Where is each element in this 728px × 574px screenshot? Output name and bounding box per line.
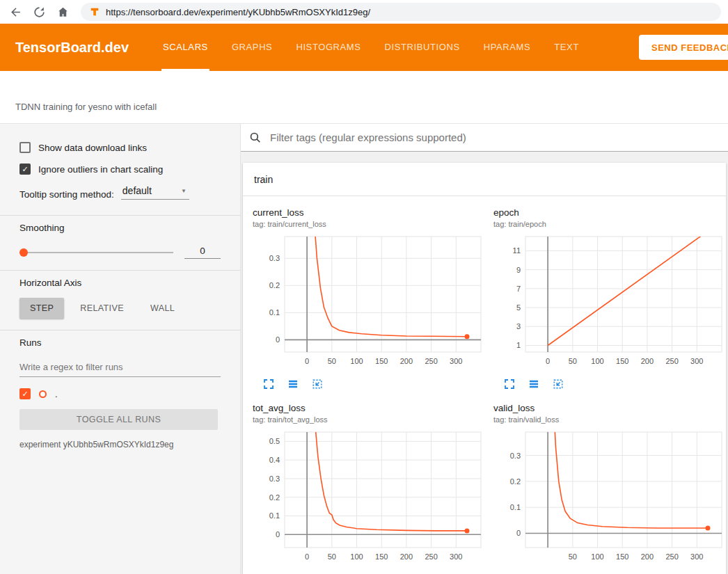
svg-text:3: 3 — [516, 322, 521, 330]
svg-text:300: 300 — [450, 357, 462, 365]
expand-icon[interactable] — [503, 378, 516, 390]
runs-filter-input[interactable] — [19, 358, 221, 377]
chart-tag: tag: train/current_loss — [253, 220, 485, 228]
home-icon[interactable] — [54, 3, 71, 20]
svg-text:200: 200 — [641, 552, 654, 561]
tooltip-sorting-label: Tooltip sorting method: — [19, 189, 114, 200]
line-chart[interactable]: 0501001502002503001357911 — [493, 232, 726, 374]
fit-domain-icon[interactable] — [552, 378, 564, 390]
line-chart[interactable]: 05010015020025030000.10.20.30.40.5 — [253, 428, 485, 570]
tab-scalars[interactable]: SCALARS — [161, 24, 209, 71]
svg-text:0.3: 0.3 — [510, 452, 521, 460]
chart-tag: tag: train/epoch — [493, 220, 726, 228]
svg-text:250: 250 — [665, 552, 678, 561]
search-icon — [249, 131, 262, 144]
svg-text:150: 150 — [616, 357, 628, 365]
tab-histograms[interactable]: HISTOGRAMS — [294, 24, 362, 71]
svg-text:0: 0 — [516, 529, 521, 537]
svg-text:0.1: 0.1 — [510, 503, 521, 511]
refresh-icon[interactable] — [31, 3, 47, 20]
content: Show data download links Ignore outliers… — [0, 124, 728, 574]
smoothing-slider[interactable] — [19, 252, 173, 253]
svg-text:7: 7 — [516, 285, 521, 293]
brand-title: TensorBoard.dev — [15, 24, 142, 71]
address-bar[interactable]: https://tensorboard.dev/experiment/yKUbh… — [81, 3, 721, 21]
svg-text:300: 300 — [690, 357, 703, 365]
svg-text:100: 100 — [591, 552, 603, 561]
data-table-icon[interactable] — [287, 378, 299, 390]
show-download-links-checkbox[interactable] — [19, 142, 31, 153]
smoothing-value[interactable]: 0 — [184, 246, 221, 259]
tag-filter-input[interactable] — [269, 131, 720, 144]
svg-text:200: 200 — [400, 357, 413, 365]
svg-text:0: 0 — [305, 552, 309, 561]
svg-text:0: 0 — [276, 530, 280, 539]
run-row: . — [19, 388, 221, 399]
svg-text:300: 300 — [690, 552, 703, 561]
expand-icon[interactable] — [262, 378, 275, 390]
svg-text:50: 50 — [328, 552, 336, 561]
svg-text:1: 1 — [516, 341, 521, 349]
svg-text:9: 9 — [516, 266, 521, 274]
svg-text:250: 250 — [665, 357, 678, 365]
send-feedback-button[interactable]: SEND FEEDBACK — [639, 35, 728, 60]
svg-text:5: 5 — [516, 303, 521, 312]
tab-graphs[interactable]: GRAPHS — [230, 24, 274, 71]
svg-text:50: 50 — [569, 357, 577, 365]
svg-text:0.2: 0.2 — [269, 281, 280, 289]
chart-card-valid-loss: valid_loss tag: train/valid_loss 5010015… — [493, 403, 726, 574]
settings-sidebar: Show data download links Ignore outliers… — [0, 124, 241, 574]
svg-text:50: 50 — [569, 552, 577, 561]
toggle-all-runs-button[interactable]: TOGGLE ALL RUNS — [19, 409, 218, 430]
svg-text:150: 150 — [375, 552, 388, 561]
axis-step-button[interactable]: STEP — [19, 298, 64, 319]
chart-title: valid_loss — [493, 403, 726, 413]
checkbox-label: Ignore outliers in chart scaling — [38, 164, 163, 175]
svg-text:11: 11 — [513, 246, 521, 255]
svg-text:300: 300 — [450, 552, 462, 561]
tab-distributions[interactable]: DISTRIBUTIONS — [383, 24, 461, 71]
main-nav: SCALARS GRAPHS HISTOGRAMS DISTRIBUTIONS … — [161, 24, 580, 71]
chart-card-tot-avg-loss: tot_avg_loss tag: train/tot_avg_loss 050… — [253, 403, 485, 574]
runs-label: Runs — [19, 337, 221, 348]
line-chart[interactable]: 05010015020025030000.10.20.3 — [253, 232, 485, 374]
tab-hparams[interactable]: HPARAMS — [482, 24, 532, 71]
svg-text:100: 100 — [350, 552, 363, 561]
chart-tag: tag: train/tot_avg_loss — [253, 415, 485, 424]
line-chart[interactable]: 5010015020025030000.10.20.3 — [493, 428, 726, 570]
back-icon[interactable] — [7, 3, 24, 20]
tag-group-name: train — [254, 174, 273, 185]
chart-card-epoch: epoch tag: train/epoch 05010015020025030… — [493, 207, 726, 397]
chevron-down-icon: ▼ — [181, 188, 187, 194]
svg-text:200: 200 — [400, 552, 413, 561]
svg-text:0.3: 0.3 — [269, 254, 280, 262]
data-table-icon[interactable] — [528, 378, 540, 390]
run-checkbox[interactable] — [19, 388, 31, 399]
chart-card-current-loss: current_loss tag: train/current_loss 050… — [253, 207, 485, 397]
svg-text:250: 250 — [425, 552, 437, 561]
axis-relative-button[interactable]: RELATIVE — [70, 298, 134, 319]
tensorboard-favicon — [90, 7, 100, 17]
scalars-main: train current_loss tag: train/current_lo… — [241, 124, 728, 574]
svg-text:0.2: 0.2 — [269, 493, 280, 502]
tag-group-card: train current_loss tag: train/current_lo… — [243, 163, 726, 574]
url-text: https://tensorboard.dev/experiment/yKUbh… — [106, 7, 370, 17]
run-color-swatch — [39, 390, 47, 398]
tab-text[interactable]: TEXT — [553, 24, 580, 71]
ignore-outliers-checkbox[interactable] — [19, 164, 31, 175]
svg-text:100: 100 — [591, 357, 603, 365]
chart-title: tot_avg_loss — [253, 403, 485, 413]
svg-text:150: 150 — [375, 357, 388, 365]
svg-text:250: 250 — [425, 357, 437, 365]
chart-title: epoch — [493, 207, 726, 218]
fit-domain-icon[interactable] — [311, 378, 324, 390]
smoothing-slider-thumb[interactable] — [19, 248, 28, 257]
axis-wall-button[interactable]: WALL — [140, 298, 185, 319]
svg-text:0: 0 — [305, 357, 309, 365]
tensorboard-page: { "browser": { "url": "https://tensorboa… — [0, 0, 728, 574]
experiment-title: TDNN training for yesno with icefall — [15, 102, 157, 112]
charts-grid: current_loss tag: train/current_loss 050… — [243, 196, 726, 574]
experiment-title-row: TDNN training for yesno with icefall — [0, 71, 728, 124]
tooltip-sorting-select[interactable]: default ▼ — [121, 185, 189, 200]
tag-group-header[interactable]: train — [243, 163, 726, 196]
